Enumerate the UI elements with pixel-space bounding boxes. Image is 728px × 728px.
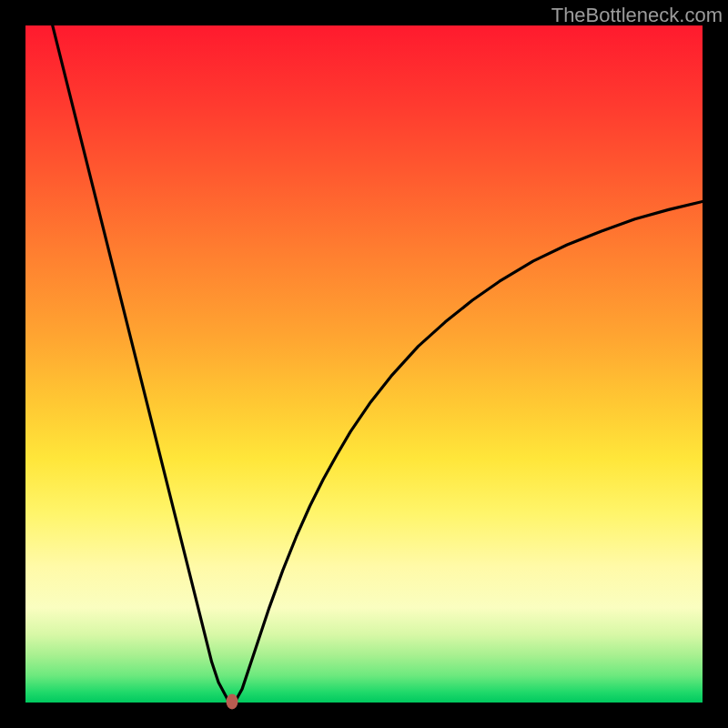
optimum-marker [226, 693, 238, 709]
bottleneck-chart: TheBottleneck.com [0, 0, 728, 728]
plot-area [25, 25, 703, 703]
watermark-text: TheBottleneck.com [551, 4, 723, 27]
curve-svg [25, 25, 703, 703]
bottleneck-curve-path [53, 25, 703, 702]
